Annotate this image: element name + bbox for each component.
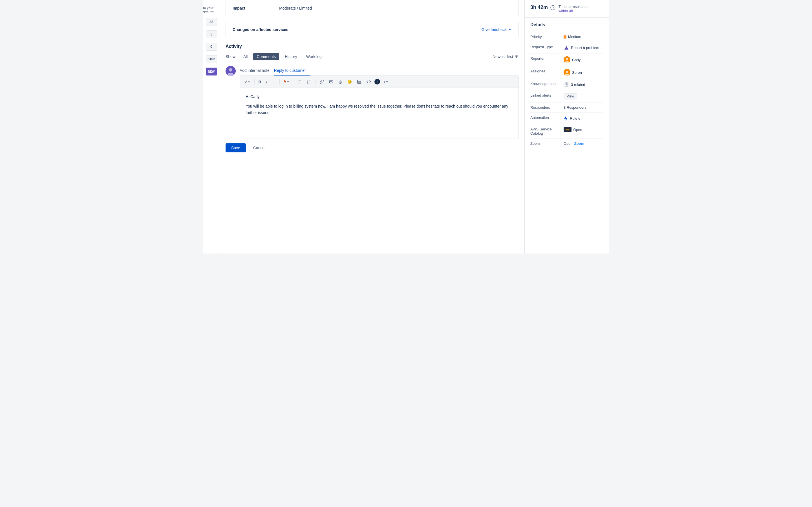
toolbar-code[interactable]	[365, 78, 373, 85]
responders-val: 3 Responders	[564, 105, 603, 110]
svg-point-3	[297, 80, 298, 81]
resolution-card: 3h 42m Time to resolution within 4h	[525, 0, 609, 18]
activity-section: Activity Show: All Comments History Work…	[225, 44, 519, 152]
book-icon	[564, 82, 568, 87]
assignee-avatar-image	[564, 69, 570, 76]
feedback-title: Changes on affected services	[233, 27, 289, 32]
sidebar-badge-queue-label: to your queues	[203, 6, 220, 13]
detail-row-responders: Responders 3 Responders	[530, 103, 603, 113]
table-icon	[357, 79, 361, 84]
font-dropdown-icon	[248, 80, 250, 83]
toolbar-mention[interactable]: @	[337, 78, 344, 85]
priority-key: Priority	[530, 35, 561, 39]
reporter-avatar-image	[564, 56, 570, 63]
priority-icon	[564, 35, 566, 39]
details-section: Details Priority Medium Request Type	[525, 18, 609, 153]
filter-history[interactable]: History	[282, 53, 301, 60]
editor-body[interactable]: Hi Carly, You will be able to log in to …	[240, 88, 518, 138]
svg-point-5	[297, 82, 298, 82]
activity-filters: Show: All Comments History Work log Newe…	[225, 53, 519, 60]
priority-bar-2	[565, 35, 566, 39]
toolbar-numbered-list[interactable]: 1.2.3.	[305, 78, 313, 85]
responders-key: Responders	[530, 105, 561, 110]
resolution-time: 3h 42m	[530, 4, 548, 10]
save-button[interactable]: Save	[225, 144, 246, 152]
bullet-list-icon	[297, 79, 302, 84]
link-icon	[319, 79, 324, 84]
impact-section: Impact Moderate / Limited	[225, 0, 519, 16]
resolution-label: Time to resolution	[559, 4, 588, 9]
chevron-down-icon	[508, 28, 512, 31]
view-button[interactable]: View	[564, 93, 577, 100]
filter-all[interactable]: All	[240, 53, 251, 60]
sidebar-badge-new[interactable]: NEW	[206, 68, 217, 75]
aws-val: aws Open	[564, 127, 603, 132]
automation-key: Automation	[530, 115, 561, 120]
toolbar-emoji[interactable]: 🙂	[346, 78, 354, 85]
zoom-val: Open Zoom	[564, 142, 603, 146]
triangle-icon	[564, 46, 568, 50]
detail-row-linked-alerts: Linked alerts View	[530, 91, 603, 103]
toolbar-bold[interactable]: B	[257, 78, 263, 85]
request-type-icon	[564, 45, 569, 50]
color-dropdown-icon	[287, 80, 289, 83]
knowledge-key: Knowledge base	[530, 82, 561, 86]
show-label: Show:	[225, 54, 237, 59]
reporter-key: Reporter	[530, 56, 561, 61]
assignee-avatar	[564, 69, 570, 76]
activity-title: Activity	[225, 44, 519, 49]
right-panel: 3h 42m Time to resolution within 4h Deta…	[524, 0, 609, 253]
toolbar-more-text[interactable]: ···	[271, 78, 277, 85]
resolution-sublabel: within 4h	[559, 9, 588, 13]
tab-reply-to-customer[interactable]: Reply to customer	[274, 66, 310, 75]
knowledge-val: 3 related	[564, 82, 603, 87]
sort-button[interactable]: Newest first	[493, 54, 519, 59]
code-icon	[366, 79, 371, 84]
detail-row-aws: AWS Service Catalog aws Open	[530, 124, 603, 138]
sidebar-badge-22[interactable]: 22	[206, 18, 217, 26]
toolbar-info[interactable]: i	[374, 79, 380, 84]
detail-row-priority: Priority Medium	[530, 32, 603, 42]
reporter-avatar	[564, 56, 570, 63]
svg-point-26	[566, 71, 568, 73]
filter-comments[interactable]: Comments	[253, 53, 279, 60]
zoom-brand: Zoom	[574, 142, 584, 146]
svg-point-23	[566, 58, 568, 60]
sidebar-badge-0[interactable]: 0	[206, 43, 217, 51]
svg-point-1	[229, 68, 232, 71]
editor-container: A B I ···	[240, 75, 519, 139]
sort-icon	[514, 54, 519, 59]
request-type-key: Request Type	[530, 45, 561, 49]
assignee-key: Assignee	[530, 69, 561, 73]
toolbar-italic[interactable]: I	[264, 78, 269, 85]
toolbar-text-color[interactable]: A	[282, 78, 291, 86]
toolbar-table[interactable]	[355, 78, 363, 85]
editor-line-2: You will be able to log in to billing sy…	[246, 103, 513, 116]
detail-row-automation: Automation Rule e	[530, 113, 603, 124]
details-heading: Details	[530, 22, 603, 27]
give-feedback-link[interactable]: Give feedback	[481, 27, 512, 32]
zoom-key: Zoom	[530, 142, 561, 146]
cancel-button[interactable]: Cancel	[249, 144, 270, 152]
main-content: Impact Moderate / Limited Changes on aff…	[220, 0, 524, 253]
toolbar-link[interactable]	[318, 78, 326, 85]
request-type-val: Report a problem	[564, 45, 603, 50]
tab-add-internal-note[interactable]: Add internal note	[240, 66, 274, 75]
knowledge-icon	[564, 82, 569, 87]
priority-bar-1	[564, 35, 565, 39]
sidebar-badge-5[interactable]: 5	[206, 31, 217, 38]
feedback-section: Changes on affected services Give feedba…	[225, 22, 519, 37]
svg-text:3.: 3.	[307, 82, 308, 84]
detail-row-zoom: Zoom Open Zoom	[530, 138, 603, 149]
toolbar-font-size[interactable]: A	[243, 78, 252, 85]
detail-row-knowledge: Knowledge base 3 related	[530, 79, 603, 91]
clock-icon	[550, 5, 556, 10]
toolbar-image[interactable]	[327, 78, 335, 85]
toolbar-divider-2	[280, 79, 280, 84]
sidebar-badge-5102[interactable]: 5102	[206, 55, 217, 63]
toolbar-bullet-list[interactable]	[296, 78, 303, 85]
toolbar-more-options[interactable]: +	[382, 78, 390, 85]
left-sidebar: to your queues 22 5 0 5102 NEW	[203, 0, 220, 253]
linked-alerts-key: Linked alerts	[530, 93, 561, 98]
filter-worklog[interactable]: Work log	[303, 53, 325, 60]
